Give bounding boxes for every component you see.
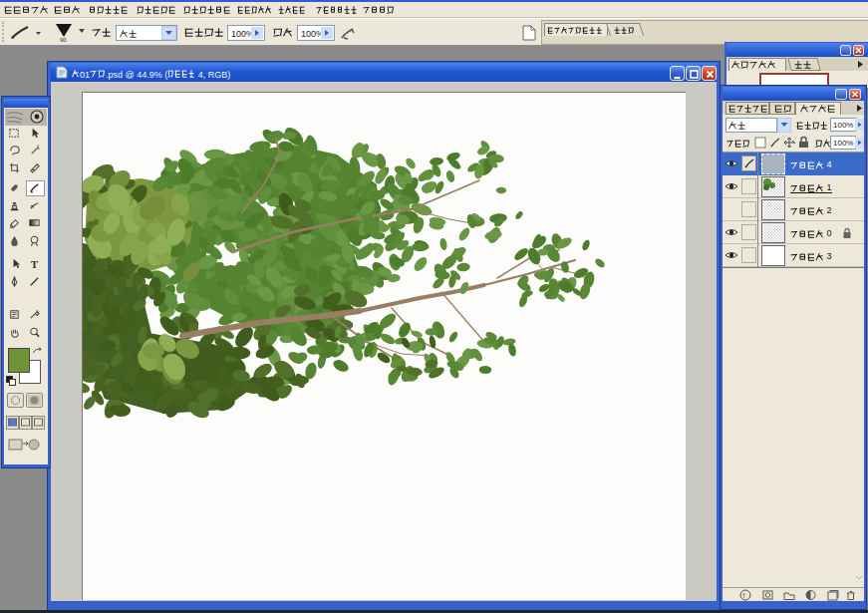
svg-text:f: f [743, 592, 745, 599]
svg-text:90: 90 [60, 37, 67, 42]
svg-text:T: T [31, 258, 39, 270]
